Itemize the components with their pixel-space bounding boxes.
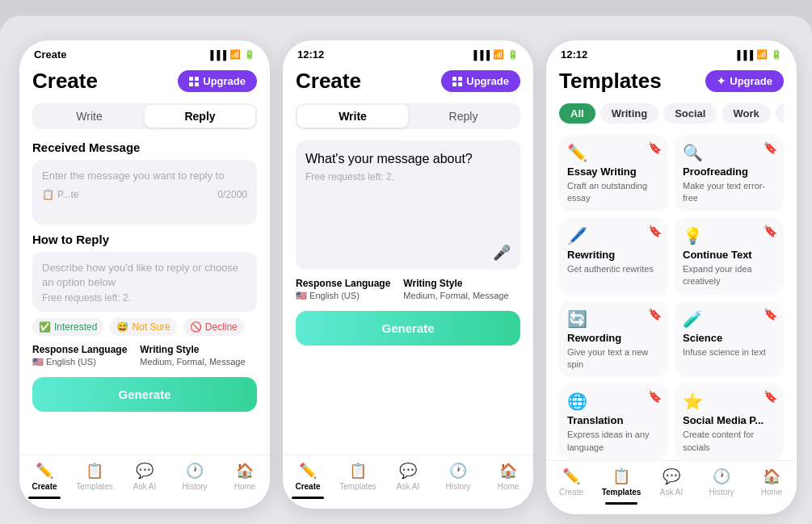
- nav-create-3[interactable]: ✏️ Create: [546, 467, 596, 505]
- tab-write-2[interactable]: Write: [297, 105, 408, 128]
- meta-row-1: Response Language 🇺🇸 English (US) Writin…: [32, 344, 257, 367]
- time-3: 12:12: [561, 48, 587, 61]
- nav-askai-1[interactable]: 💬 Ask AI: [120, 462, 170, 499]
- not-sure-label: Not Sure: [132, 321, 170, 333]
- received-message-label: Received Message: [32, 140, 257, 154]
- template-grid: 🔖 ✏️ Essay Writing Craft an outstanding …: [559, 135, 784, 460]
- nav-history-2[interactable]: 🕐 History: [433, 462, 483, 499]
- free-requests-2: Free requests left: 2.: [305, 171, 511, 182]
- page-title-2: Create: [296, 69, 361, 94]
- template-proofreading[interactable]: 🔖 🔍 Proofreading Make your text error-fr…: [675, 135, 784, 212]
- phone-2: 12:12 ▐▐▐ 📶 🔋 Create Upgrade Write Reply: [283, 40, 533, 509]
- filter-all[interactable]: All: [559, 103, 595, 124]
- bookmark-icon-proof[interactable]: 🔖: [764, 141, 777, 154]
- signal-icon-2: ▐▐▐: [471, 50, 490, 60]
- nav-askai-3[interactable]: 💬 Ask AI: [646, 467, 696, 505]
- style-value-2: Medium, Formal, Message: [403, 291, 508, 300]
- template-name-continue: Continue Text: [683, 249, 776, 261]
- battery-icon-3: 🔋: [771, 49, 782, 60]
- template-desc-continue: Expand your idea creatively: [683, 263, 776, 288]
- bookmark-icon-social[interactable]: 🔖: [764, 390, 777, 403]
- nav-templates-3[interactable]: 📋 Templates: [596, 467, 646, 505]
- template-science[interactable]: 🔖 🧪 Science Infuse science in text: [675, 301, 784, 378]
- language-value-2: 🇺🇸 English (US): [296, 291, 390, 301]
- meta-language-1[interactable]: Response Language 🇺🇸 English (US): [32, 344, 127, 367]
- template-desc-translation: Express ideas in any language: [567, 429, 660, 454]
- template-translation[interactable]: 🔖 🌐 Translation Express ideas in any lan…: [559, 384, 668, 460]
- nav-history-1[interactable]: 🕐 History: [170, 462, 220, 499]
- filter-writing[interactable]: Writing: [600, 103, 659, 124]
- nav-create-icon-3: ✏️: [562, 467, 580, 485]
- how-to-reply-box[interactable]: Describe how you'd like to reply or choo…: [32, 252, 257, 312]
- outer-container: Create ▐▐▐ 📶 🔋 Create Upgrade Write Repl…: [0, 16, 812, 524]
- nav-templates-1[interactable]: 📋 Templates: [69, 462, 120, 499]
- interested-label: Interested: [54, 321, 97, 333]
- template-emoji-essay: ✏️: [567, 143, 660, 162]
- tab-reply-2[interactable]: Reply: [408, 105, 519, 128]
- generate-btn-2[interactable]: Generate: [296, 311, 520, 346]
- free-requests-1: Free requests left: 2.: [42, 292, 247, 304]
- chip-decline[interactable]: 🚫 Decline: [183, 318, 244, 336]
- chip-interested[interactable]: ✅ Interested: [32, 318, 103, 336]
- nav-askai-label-1: Ask AI: [133, 482, 156, 491]
- nav-home-3[interactable]: 🏠 Home: [747, 467, 797, 505]
- nav-indicator-2: [292, 497, 324, 499]
- chip-not-sure[interactable]: 😅 Not Sure: [110, 318, 176, 336]
- template-continue-text[interactable]: 🔖 💡 Continue Text Expand your idea creat…: [675, 218, 784, 295]
- nav-create-icon-1: ✏️: [36, 462, 53, 480]
- meta-language-2[interactable]: Response Language 🇺🇸 English (US): [296, 278, 390, 301]
- tab-write-1[interactable]: Write: [34, 105, 145, 128]
- template-name-reword: Rewording: [567, 332, 660, 344]
- meta-row-2: Response Language 🇺🇸 English (US) Writin…: [296, 278, 520, 301]
- filter-fun[interactable]: Fun: [776, 103, 784, 124]
- received-message-box[interactable]: Enter the message you want to reply to 📋…: [32, 160, 257, 224]
- nav-history-icon-1: 🕐: [186, 462, 204, 480]
- template-desc-science: Infuse science in text: [683, 346, 776, 358]
- template-emoji-proof: 🔍: [683, 143, 776, 162]
- header-row-3: Templates ✦ Upgrade: [559, 69, 784, 94]
- template-name-rewrite: Rewriting: [567, 249, 660, 261]
- upgrade-btn-1[interactable]: Upgrade: [178, 70, 257, 92]
- text-area-footer: 📋 P...te 0/2000: [42, 189, 247, 200]
- microphone-icon[interactable]: 🎤: [493, 244, 511, 262]
- nav-home-2[interactable]: 🏠 Home: [483, 462, 533, 499]
- meta-style-2[interactable]: Writing Style Medium, Formal, Message: [403, 278, 508, 301]
- filter-work[interactable]: Work: [722, 103, 770, 124]
- time-2: 12:12: [297, 48, 324, 61]
- template-social-media[interactable]: 🔖 ⭐ Social Media P... Create content for…: [675, 384, 784, 460]
- nav-history-3[interactable]: 🕐 History: [696, 467, 747, 505]
- tab-reply-1[interactable]: Reply: [145, 105, 255, 128]
- filter-social[interactable]: Social: [663, 103, 717, 124]
- bookmark-icon-reword[interactable]: 🔖: [648, 308, 662, 321]
- template-rewriting[interactable]: 🔖 🖊️ Rewriting Get authentic rewrites: [559, 218, 668, 295]
- nav-home-1[interactable]: 🏠 Home: [220, 462, 270, 499]
- nav-templates-2[interactable]: 📋 Templates: [333, 462, 383, 499]
- meta-style-1[interactable]: Writing Style Medium, Formal, Message: [140, 344, 245, 367]
- upgrade-btn-3[interactable]: ✦ Upgrade: [705, 70, 784, 92]
- nav-templates-label-3: Templates: [602, 488, 642, 497]
- template-essay-writing[interactable]: 🔖 ✏️ Essay Writing Craft an outstanding …: [559, 135, 668, 212]
- template-desc-proof: Make your text error-free: [683, 180, 776, 205]
- nav-indicator-3: [605, 502, 637, 505]
- write-area[interactable]: What's your message about? Free requests…: [296, 140, 520, 270]
- nav-create-1[interactable]: ✏️ Create: [19, 462, 69, 499]
- nav-home-label-3: Home: [761, 488, 783, 497]
- template-desc-reword: Give your text a new spin: [567, 346, 660, 371]
- bookmark-icon-translation[interactable]: 🔖: [648, 390, 662, 403]
- nav-create-2[interactable]: ✏️ Create: [283, 462, 333, 499]
- bookmark-icon-rewrite[interactable]: 🔖: [648, 224, 662, 237]
- reply-placeholder: Describe how you'd like to reply or choo…: [42, 262, 238, 288]
- status-bar-1: Create ▐▐▐ 📶 🔋: [19, 40, 270, 64]
- nav-askai-2[interactable]: 💬 Ask AI: [383, 462, 433, 499]
- phone-1: Create ▐▐▐ 📶 🔋 Create Upgrade Write Repl…: [19, 40, 270, 509]
- bookmark-icon-science[interactable]: 🔖: [764, 308, 777, 321]
- bookmark-icon-essay[interactable]: 🔖: [648, 141, 662, 154]
- bookmark-icon-continue[interactable]: 🔖: [764, 224, 777, 237]
- decline-icon: 🚫: [190, 321, 202, 333]
- template-name-essay: Essay Writing: [567, 166, 660, 178]
- nav-templates-label-1: Templates: [76, 482, 113, 491]
- template-rewording[interactable]: 🔖 🔄 Rewording Give your text a new spin: [559, 301, 668, 378]
- nav-templates-icon-1: 📋: [86, 462, 103, 480]
- generate-btn-1[interactable]: Generate: [32, 377, 257, 412]
- upgrade-btn-2[interactable]: Upgrade: [441, 70, 520, 92]
